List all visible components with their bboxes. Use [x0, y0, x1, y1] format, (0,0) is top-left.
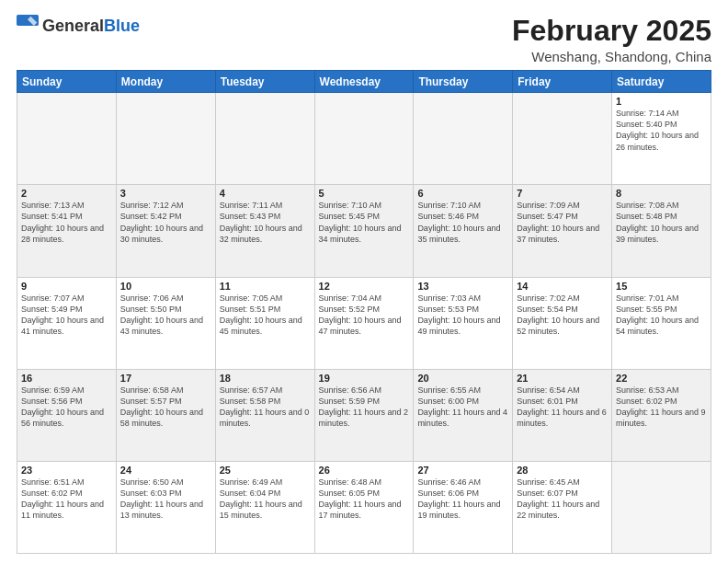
day-number: 9	[21, 281, 112, 292]
day-info: Sunrise: 6:53 AM Sunset: 6:02 PM Dayligh…	[616, 385, 707, 430]
day-info: Sunrise: 6:59 AM Sunset: 5:56 PM Dayligh…	[21, 385, 112, 430]
day-info: Sunrise: 6:54 AM Sunset: 6:01 PM Dayligh…	[517, 385, 608, 430]
day-number: 17	[120, 373, 211, 384]
calendar-cell: 19Sunrise: 6:56 AM Sunset: 5:59 PM Dayli…	[314, 369, 414, 461]
calendar-cell: 10Sunrise: 7:06 AM Sunset: 5:50 PM Dayli…	[116, 277, 215, 369]
calendar-cell: 27Sunrise: 6:46 AM Sunset: 6:06 PM Dayli…	[414, 461, 513, 553]
calendar-cell	[17, 93, 117, 185]
day-info: Sunrise: 6:55 AM Sunset: 6:00 PM Dayligh…	[417, 385, 508, 430]
calendar-cell: 24Sunrise: 6:50 AM Sunset: 6:03 PM Dayli…	[116, 461, 215, 553]
day-number: 13	[417, 281, 508, 292]
day-info: Sunrise: 6:49 AM Sunset: 6:04 PM Dayligh…	[220, 477, 311, 522]
logo-blue: Blue	[104, 17, 140, 34]
day-info: Sunrise: 7:10 AM Sunset: 5:46 PM Dayligh…	[417, 200, 508, 245]
day-number: 4	[220, 188, 311, 199]
calendar-cell: 15Sunrise: 7:01 AM Sunset: 5:55 PM Dayli…	[612, 277, 711, 369]
header: GeneralBlue February 2025 Wenshang, Shan…	[17, 15, 711, 64]
day-number: 26	[319, 465, 410, 476]
calendar-cell	[314, 93, 414, 185]
svg-rect-1	[17, 26, 39, 37]
day-number: 2	[21, 188, 112, 199]
logo-icon	[17, 15, 39, 37]
day-number: 15	[616, 281, 707, 292]
logo: GeneralBlue	[17, 15, 140, 37]
day-number: 16	[21, 373, 112, 384]
calendar-cell: 11Sunrise: 7:05 AM Sunset: 5:51 PM Dayli…	[215, 277, 314, 369]
col-header-wednesday: Wednesday	[314, 71, 414, 93]
day-number: 25	[220, 465, 311, 476]
day-info: Sunrise: 6:48 AM Sunset: 6:05 PM Dayligh…	[319, 477, 410, 522]
col-header-tuesday: Tuesday	[215, 71, 314, 93]
calendar-cell: 12Sunrise: 7:04 AM Sunset: 5:52 PM Dayli…	[314, 277, 414, 369]
title-block: February 2025 Wenshang, Shandong, China	[512, 15, 711, 64]
calendar-cell: 14Sunrise: 7:02 AM Sunset: 5:54 PM Dayli…	[513, 277, 612, 369]
calendar-cell: 9Sunrise: 7:07 AM Sunset: 5:49 PM Daylig…	[17, 277, 117, 369]
day-info: Sunrise: 7:12 AM Sunset: 5:42 PM Dayligh…	[120, 200, 211, 245]
day-number: 12	[319, 281, 410, 292]
day-info: Sunrise: 7:07 AM Sunset: 5:49 PM Dayligh…	[21, 293, 112, 338]
day-info: Sunrise: 7:02 AM Sunset: 5:54 PM Dayligh…	[517, 293, 608, 338]
calendar-cell: 7Sunrise: 7:09 AM Sunset: 5:47 PM Daylig…	[513, 185, 612, 277]
calendar-cell: 18Sunrise: 6:57 AM Sunset: 5:58 PM Dayli…	[215, 369, 314, 461]
day-info: Sunrise: 7:10 AM Sunset: 5:45 PM Dayligh…	[319, 200, 410, 245]
day-number: 5	[319, 188, 410, 199]
day-info: Sunrise: 6:45 AM Sunset: 6:07 PM Dayligh…	[517, 477, 608, 522]
calendar-cell: 26Sunrise: 6:48 AM Sunset: 6:05 PM Dayli…	[314, 461, 414, 553]
day-info: Sunrise: 7:04 AM Sunset: 5:52 PM Dayligh…	[319, 293, 410, 338]
day-info: Sunrise: 7:09 AM Sunset: 5:47 PM Dayligh…	[517, 200, 608, 245]
page: GeneralBlue February 2025 Wenshang, Shan…	[0, 0, 728, 563]
calendar-cell: 2Sunrise: 7:13 AM Sunset: 5:41 PM Daylig…	[17, 185, 117, 277]
logo-text: GeneralBlue	[42, 17, 140, 34]
day-info: Sunrise: 6:56 AM Sunset: 5:59 PM Dayligh…	[319, 385, 410, 430]
day-info: Sunrise: 7:13 AM Sunset: 5:41 PM Dayligh…	[21, 200, 112, 245]
day-number: 24	[120, 465, 211, 476]
day-number: 27	[417, 465, 508, 476]
col-header-friday: Friday	[513, 71, 612, 93]
day-info: Sunrise: 6:51 AM Sunset: 6:02 PM Dayligh…	[21, 477, 112, 522]
calendar-cell: 28Sunrise: 6:45 AM Sunset: 6:07 PM Dayli…	[513, 461, 612, 553]
day-number: 19	[319, 373, 410, 384]
day-number: 23	[21, 465, 112, 476]
day-info: Sunrise: 7:01 AM Sunset: 5:55 PM Dayligh…	[616, 293, 707, 338]
day-info: Sunrise: 6:50 AM Sunset: 6:03 PM Dayligh…	[120, 477, 211, 522]
col-header-thursday: Thursday	[414, 71, 513, 93]
calendar-cell: 5Sunrise: 7:10 AM Sunset: 5:45 PM Daylig…	[314, 185, 414, 277]
day-number: 1	[616, 96, 707, 107]
day-number: 28	[517, 465, 608, 476]
day-info: Sunrise: 7:06 AM Sunset: 5:50 PM Dayligh…	[120, 293, 211, 338]
calendar-cell: 13Sunrise: 7:03 AM Sunset: 5:53 PM Dayli…	[414, 277, 513, 369]
calendar-cell: 3Sunrise: 7:12 AM Sunset: 5:42 PM Daylig…	[116, 185, 215, 277]
calendar-cell: 20Sunrise: 6:55 AM Sunset: 6:00 PM Dayli…	[414, 369, 513, 461]
calendar-cell: 6Sunrise: 7:10 AM Sunset: 5:46 PM Daylig…	[414, 185, 513, 277]
calendar-cell	[414, 93, 513, 185]
month-title: February 2025	[512, 15, 711, 47]
day-number: 20	[417, 373, 508, 384]
calendar-cell	[215, 93, 314, 185]
day-info: Sunrise: 7:03 AM Sunset: 5:53 PM Dayligh…	[417, 293, 508, 338]
day-number: 18	[220, 373, 311, 384]
calendar-cell: 1Sunrise: 7:14 AM Sunset: 5:40 PM Daylig…	[612, 93, 711, 185]
col-header-sunday: Sunday	[17, 71, 117, 93]
calendar-cell	[513, 93, 612, 185]
calendar-cell: 25Sunrise: 6:49 AM Sunset: 6:04 PM Dayli…	[215, 461, 314, 553]
day-info: Sunrise: 7:11 AM Sunset: 5:43 PM Dayligh…	[220, 200, 311, 245]
day-number: 14	[517, 281, 608, 292]
location-title: Wenshang, Shandong, China	[512, 49, 711, 64]
day-info: Sunrise: 7:05 AM Sunset: 5:51 PM Dayligh…	[220, 293, 311, 338]
col-header-monday: Monday	[116, 71, 215, 93]
day-info: Sunrise: 7:08 AM Sunset: 5:48 PM Dayligh…	[616, 200, 707, 245]
day-number: 22	[616, 373, 707, 384]
day-info: Sunrise: 6:58 AM Sunset: 5:57 PM Dayligh…	[120, 385, 211, 430]
calendar-cell: 21Sunrise: 6:54 AM Sunset: 6:01 PM Dayli…	[513, 369, 612, 461]
calendar-cell: 17Sunrise: 6:58 AM Sunset: 5:57 PM Dayli…	[116, 369, 215, 461]
calendar-cell: 23Sunrise: 6:51 AM Sunset: 6:02 PM Dayli…	[17, 461, 117, 553]
calendar-cell	[612, 461, 711, 553]
day-info: Sunrise: 6:46 AM Sunset: 6:06 PM Dayligh…	[417, 477, 508, 522]
day-number: 8	[616, 188, 707, 199]
day-info: Sunrise: 7:14 AM Sunset: 5:40 PM Dayligh…	[616, 108, 707, 153]
col-header-saturday: Saturday	[612, 71, 711, 93]
day-info: Sunrise: 6:57 AM Sunset: 5:58 PM Dayligh…	[220, 385, 311, 430]
day-number: 11	[220, 281, 311, 292]
calendar-cell: 8Sunrise: 7:08 AM Sunset: 5:48 PM Daylig…	[612, 185, 711, 277]
calendar-cell: 16Sunrise: 6:59 AM Sunset: 5:56 PM Dayli…	[17, 369, 117, 461]
